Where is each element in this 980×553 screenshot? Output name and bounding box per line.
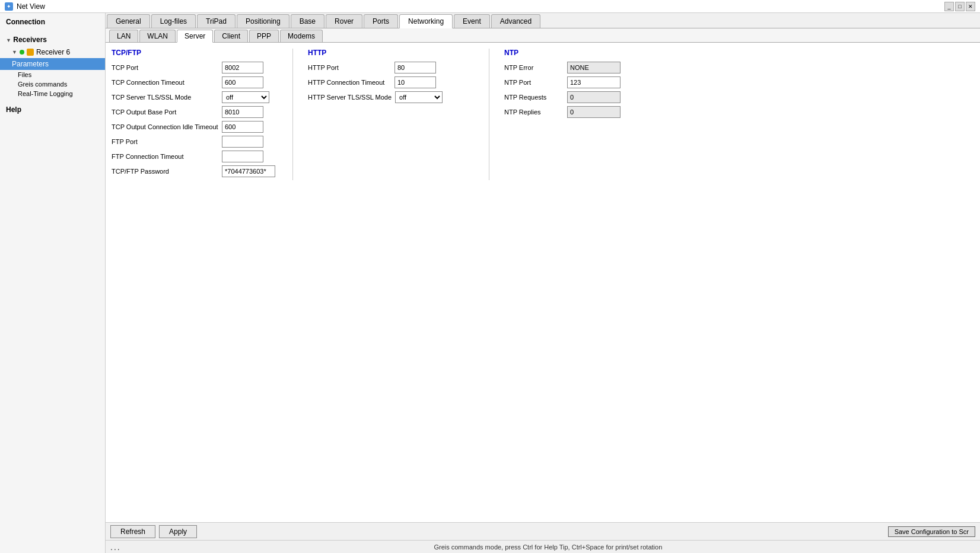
sidebar-connection[interactable]: Connection xyxy=(0,15,105,28)
sidebar-receivers-section: ▼ Receivers ▼ Receiver 6 Parameters File… xyxy=(0,31,105,101)
ntp-replies-input xyxy=(567,106,621,118)
sidebar-connection-section: Connection xyxy=(0,13,105,31)
subtab-modems[interactable]: Modems xyxy=(280,30,323,42)
title-bar-left: ✦ Net View xyxy=(5,2,45,11)
close-button[interactable]: ✕ xyxy=(966,2,975,11)
tcp-output-base-port-row: TCP Output Base Port xyxy=(112,106,278,118)
app-title: Net View xyxy=(17,2,45,11)
tcp-connection-timeout-input[interactable] xyxy=(222,76,263,88)
tcp-server-tls-select[interactable]: off on xyxy=(222,91,269,103)
receiver6-arrow: ▼ xyxy=(12,49,17,55)
http-title: HTTP xyxy=(308,49,474,57)
ntp-error-row: NTP Error xyxy=(504,62,670,73)
ntp-section: NTP NTP Error NTP Port NTP Requests xyxy=(504,49,670,121)
tab-rover[interactable]: Rover xyxy=(326,14,362,28)
tab-log-files[interactable]: Log-files xyxy=(151,14,196,28)
main-layout: Connection ▼ Receivers ▼ Receiver 6 Para… xyxy=(0,13,980,553)
minimize-button[interactable]: _ xyxy=(944,2,954,11)
http-section: HTTP HTTP Port HTTP Connection Timeout H… xyxy=(308,49,474,106)
ftp-port-row: FTP Port xyxy=(112,136,278,148)
ntp-replies-row: NTP Replies xyxy=(504,106,670,118)
sub-tabs: LAN WLAN Server Client PPP Modems xyxy=(106,28,980,43)
sidebar-realtime-logging[interactable]: Real-Time Logging xyxy=(0,89,105,98)
title-bar: ✦ Net View _ □ ✕ xyxy=(0,0,980,13)
sidebar-files[interactable]: Files xyxy=(0,70,105,79)
app-icon: ✦ xyxy=(5,2,13,11)
tab-networking[interactable]: Networking xyxy=(399,14,453,28)
http-connection-timeout-input[interactable] xyxy=(394,76,436,88)
tcp-connection-timeout-row: TCP Connection Timeout xyxy=(112,76,278,88)
ntp-requests-row: NTP Requests xyxy=(504,91,670,103)
http-port-label: HTTP Port xyxy=(308,64,391,71)
ftp-port-input[interactable] xyxy=(222,136,263,148)
bottom-bar-buttons: Refresh Apply xyxy=(110,525,197,538)
ntp-port-label: NTP Port xyxy=(504,79,564,86)
tcpftp-title: TCP/FTP xyxy=(112,49,278,57)
tcp-output-base-port-input[interactable] xyxy=(222,106,263,118)
sidebar-receiver6[interactable]: ▼ Receiver 6 xyxy=(0,46,105,58)
ntp-title: NTP xyxy=(504,49,670,57)
http-server-tls-label: HTTP Server TLS/SSL Mode xyxy=(308,94,392,101)
ntp-error-input xyxy=(567,62,621,73)
receiver6-device-icon xyxy=(27,49,34,56)
tab-base[interactable]: Base xyxy=(291,14,324,28)
subtab-server[interactable]: Server xyxy=(177,30,213,43)
tcp-output-base-port-label: TCP Output Base Port xyxy=(112,108,218,116)
tcp-ftp-password-label: TCP/FTP Password xyxy=(112,168,218,175)
tab-general[interactable]: General xyxy=(107,14,150,28)
tcp-port-label: TCP Port xyxy=(112,64,218,71)
sidebar: Connection ▼ Receivers ▼ Receiver 6 Para… xyxy=(0,13,106,553)
ntp-requests-input xyxy=(567,91,621,103)
bottom-bar: Refresh Apply Save Configuration to Scr xyxy=(106,522,980,540)
receivers-arrow: ▼ xyxy=(6,37,11,43)
ntp-replies-label: NTP Replies xyxy=(504,108,564,116)
ntp-requests-label: NTP Requests xyxy=(504,94,564,101)
sidebar-help[interactable]: Help xyxy=(0,101,105,119)
apply-button[interactable]: Apply xyxy=(159,525,197,538)
tab-positioning[interactable]: Positioning xyxy=(237,14,289,28)
tab-tripad[interactable]: TriPad xyxy=(197,14,236,28)
refresh-button[interactable]: Refresh xyxy=(110,525,155,538)
parameters-label: Parameters xyxy=(12,60,49,68)
sidebar-receivers[interactable]: ▼ Receivers xyxy=(0,33,105,46)
status-dots: ... xyxy=(110,542,121,552)
tab-advanced[interactable]: Advanced xyxy=(491,14,540,28)
subtab-client[interactable]: Client xyxy=(214,30,248,42)
sidebar-receiver6-label: Receiver 6 xyxy=(36,48,70,56)
tab-ports[interactable]: Ports xyxy=(364,14,398,28)
tcp-ftp-password-row: TCP/FTP Password xyxy=(112,165,278,177)
ntp-port-row: NTP Port xyxy=(504,76,670,88)
ntp-error-label: NTP Error xyxy=(504,64,564,71)
content-area: General Log-files TriPad Positioning Bas… xyxy=(106,13,980,553)
tcp-port-input[interactable] xyxy=(222,62,263,73)
sidebar-greis-commands[interactable]: Greis commands xyxy=(0,79,105,89)
status-bar: ... Greis commands mode, press Ctrl for … xyxy=(106,540,980,553)
ftp-port-label: FTP Port xyxy=(112,138,218,145)
tab-event[interactable]: Event xyxy=(454,14,490,28)
tcp-output-idle-timeout-input[interactable] xyxy=(222,121,263,133)
tcp-output-idle-timeout-label: TCP Output Connection Idle Timeout xyxy=(112,123,218,130)
subtab-wlan[interactable]: WLAN xyxy=(139,30,176,42)
sidebar-parameters[interactable]: Parameters xyxy=(0,58,105,70)
divider1 xyxy=(292,49,293,180)
ftp-connection-timeout-label: FTP Connection Timeout xyxy=(112,153,218,160)
tcp-ftp-password-input[interactable] xyxy=(222,165,275,177)
ftp-connection-timeout-row: FTP Connection Timeout xyxy=(112,151,278,162)
tcp-port-row: TCP Port xyxy=(112,62,278,73)
form-sections: TCP/FTP TCP Port TCP Connection Timeout … xyxy=(112,49,974,180)
maximize-button[interactable]: □ xyxy=(955,2,965,11)
top-tabs: General Log-files TriPad Positioning Bas… xyxy=(106,13,980,28)
subtab-lan[interactable]: LAN xyxy=(109,30,138,42)
status-text: Greis commands mode, press Ctrl for Help… xyxy=(121,544,975,551)
subtab-ppp[interactable]: PPP xyxy=(249,30,279,42)
ntp-port-input[interactable] xyxy=(567,76,621,88)
http-server-tls-select[interactable]: off on xyxy=(395,91,443,103)
ftp-connection-timeout-input[interactable] xyxy=(222,151,263,162)
form-content: TCP/FTP TCP Port TCP Connection Timeout … xyxy=(106,43,980,522)
http-port-row: HTTP Port xyxy=(308,62,474,73)
save-config-button[interactable]: Save Configuration to Scr xyxy=(888,526,975,537)
http-connection-timeout-row: HTTP Connection Timeout xyxy=(308,76,474,88)
receiver6-status-icon xyxy=(20,50,24,55)
http-port-input[interactable] xyxy=(394,62,436,73)
tcp-server-tls-row: TCP Server TLS/SSL Mode off on xyxy=(112,91,278,103)
